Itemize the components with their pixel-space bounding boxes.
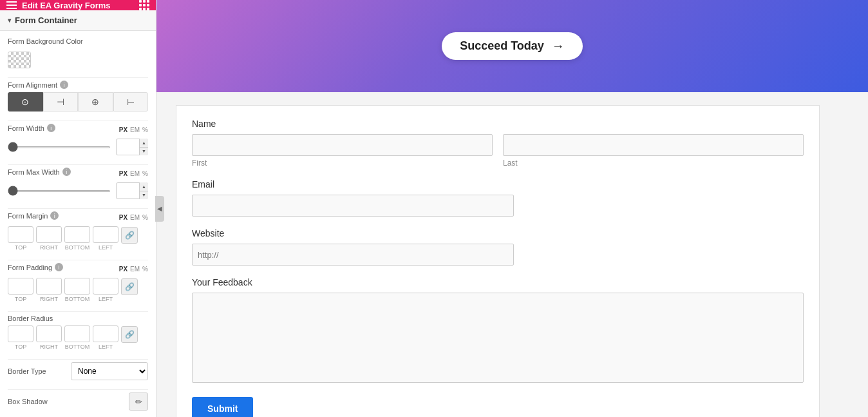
padding-right-input[interactable] xyxy=(36,278,62,295)
padding-top-input[interactable] xyxy=(8,278,33,295)
succeed-today-button[interactable]: Succeed Today → xyxy=(442,32,583,60)
form-margin-info-icon[interactable]: i xyxy=(50,211,59,220)
top-bar: Edit EA Gravity Forms xyxy=(0,0,156,10)
bg-color-swatch[interactable] xyxy=(8,52,31,68)
first-label: First xyxy=(192,159,493,168)
border-radius-field: Border Radius TOP RIGHT xyxy=(8,315,148,350)
website-label: Website xyxy=(192,228,804,238)
margin-bottom-label: BOTTOM xyxy=(65,244,90,251)
max-unit-em[interactable]: EM xyxy=(130,170,140,177)
padding-link-btn[interactable]: 🔗 xyxy=(121,278,138,295)
border-radius-bottom-label: BOTTOM xyxy=(65,344,90,350)
name-label: Name xyxy=(192,119,804,129)
submit-button[interactable]: Submit xyxy=(192,397,253,417)
section-label: Form Container xyxy=(15,15,77,25)
border-radius-top-input[interactable] xyxy=(8,325,33,342)
align-btn-center[interactable]: ⊙ xyxy=(8,92,43,112)
margin-unit-percent[interactable]: % xyxy=(142,214,148,221)
unit-em[interactable]: EM xyxy=(130,126,140,133)
align-btn-left[interactable]: ⊣ xyxy=(43,92,79,112)
unit-px[interactable]: PX xyxy=(119,126,127,133)
form-margin-label: Form Margin xyxy=(8,212,48,220)
form-width-label: Form Width xyxy=(8,124,44,132)
first-col: First xyxy=(192,134,493,168)
hero-section: Succeed Today → xyxy=(156,0,868,92)
padding-unit-px[interactable]: PX xyxy=(119,266,127,273)
margin-bottom-input[interactable] xyxy=(64,226,90,243)
first-name-input[interactable] xyxy=(192,134,493,156)
grid-icon[interactable] xyxy=(139,0,149,10)
margin-top-input[interactable] xyxy=(8,226,33,243)
border-radius-link-btn[interactable]: 🔗 xyxy=(121,326,138,343)
align-btn-justify[interactable]: ⊢ xyxy=(113,92,149,112)
email-input[interactable] xyxy=(192,195,514,217)
form-inner: Name First Last Email xyxy=(176,105,820,417)
border-type-select[interactable]: None Solid Dashed Dotted Double Groove xyxy=(71,362,148,380)
padding-left-input[interactable] xyxy=(93,278,118,295)
succeed-arrow-icon: → xyxy=(552,39,565,53)
alignment-info-icon[interactable]: i xyxy=(60,81,68,89)
max-unit-percent[interactable]: % xyxy=(142,170,148,177)
border-radius-right-input[interactable] xyxy=(36,325,62,342)
border-radius-label: Border Radius xyxy=(8,315,53,322)
unit-percent[interactable]: % xyxy=(142,126,148,133)
feedback-textarea[interactable] xyxy=(192,293,804,383)
padding-unit-em[interactable]: EM xyxy=(130,266,140,273)
border-type-label: Border Type xyxy=(8,367,46,375)
margin-left-label: LEFT xyxy=(99,244,113,251)
max-unit-px[interactable]: PX xyxy=(119,170,127,177)
padding-bottom-input[interactable] xyxy=(64,278,90,295)
form-width-field: Form Width i PX EM % ▲ ▼ xyxy=(8,124,148,155)
border-radius-bottom-input[interactable] xyxy=(64,325,90,342)
form-max-width-spin-down[interactable]: ▼ xyxy=(139,191,148,200)
form-max-width-info-icon[interactable]: i xyxy=(62,168,71,176)
form-width-spin-down[interactable]: ▼ xyxy=(139,148,148,156)
form-padding-label: Form Padding xyxy=(8,264,52,271)
border-radius-left-label: LEFT xyxy=(99,344,113,350)
last-name-input[interactable] xyxy=(503,134,804,156)
border-type-field: Border Type None Solid Dashed Dotted Dou… xyxy=(8,362,148,380)
form-width-spin-up[interactable]: ▲ xyxy=(139,139,148,148)
padding-bottom-label: BOTTOM xyxy=(65,296,90,302)
form-max-width-spin-up[interactable]: ▲ xyxy=(139,182,148,191)
align-btn-right[interactable]: ⊕ xyxy=(78,92,113,112)
section-header-form-container[interactable]: ▾ Form Container xyxy=(0,10,156,31)
box-shadow-edit-btn[interactable]: ✏ xyxy=(129,393,148,411)
margin-unit-em[interactable]: EM xyxy=(130,214,140,221)
form-width-slider[interactable] xyxy=(8,146,111,148)
email-label: Email xyxy=(192,179,804,189)
border-radius-right-label: RIGHT xyxy=(40,344,58,350)
border-radius-left-input[interactable] xyxy=(93,325,118,342)
succeed-today-label: Succeed Today xyxy=(460,39,544,53)
form-max-width-label: Form Max Width xyxy=(8,168,60,176)
hamburger-icon[interactable] xyxy=(6,1,17,9)
website-input[interactable] xyxy=(192,244,514,266)
margin-right-input[interactable] xyxy=(36,226,62,243)
alignment-buttons: ⊙ ⊣ ⊕ ⊢ xyxy=(8,92,148,112)
margin-unit-px[interactable]: PX xyxy=(119,214,127,221)
right-content: Succeed Today → Name First Last xyxy=(156,0,868,417)
form-max-width-slider[interactable] xyxy=(8,190,111,192)
form-width-info-icon[interactable]: i xyxy=(47,124,55,132)
margin-left-input[interactable] xyxy=(93,226,118,243)
padding-unit-percent[interactable]: % xyxy=(142,266,148,273)
margin-top-label: TOP xyxy=(15,244,26,251)
email-group: Email xyxy=(192,179,804,217)
name-row: First Last xyxy=(192,134,804,168)
section-arrow: ▾ xyxy=(8,17,11,24)
border-radius-four-box: TOP RIGHT BOTTOM xyxy=(8,325,148,350)
padding-right-label: RIGHT xyxy=(40,296,58,302)
margin-link-btn[interactable]: 🔗 xyxy=(121,227,138,244)
panel-collapse-toggle[interactable]: ◀ xyxy=(155,196,164,222)
last-col: Last xyxy=(503,134,804,168)
form-margin-field: Form Margin i PX EM % TOP xyxy=(8,211,148,251)
name-group: Name First Last xyxy=(192,119,804,168)
feedback-label: Your Feedback xyxy=(192,277,804,287)
alignment-field: Form Alignment i ⊙ ⊣ ⊕ ⊢ xyxy=(8,81,148,112)
last-label: Last xyxy=(503,159,804,168)
feedback-group: Your Feedback xyxy=(192,277,804,385)
padding-top-label: TOP xyxy=(15,296,26,302)
form-padding-info-icon[interactable]: i xyxy=(55,263,63,271)
form-max-width-field: Form Max Width i PX EM % ▲ xyxy=(8,168,148,199)
box-shadow-field: Box Shadow ✏ xyxy=(8,393,148,411)
